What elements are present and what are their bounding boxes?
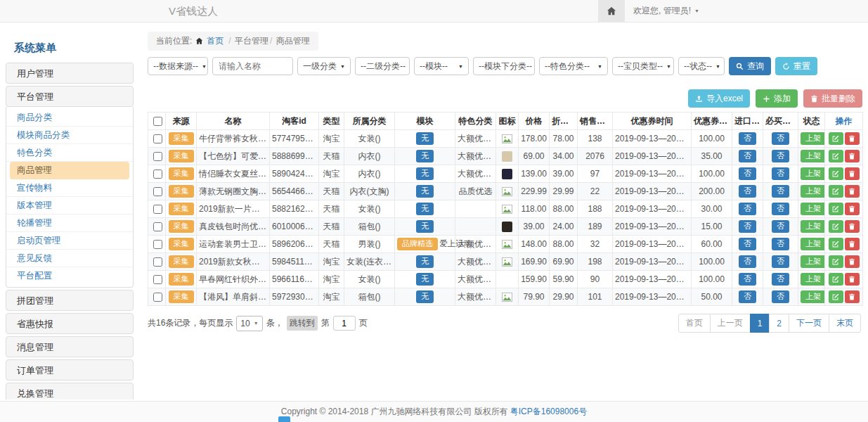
name-input[interactable] bbox=[212, 57, 293, 75]
status-badge[interactable]: 上架 bbox=[801, 167, 825, 180]
import-select-badge[interactable]: 否 bbox=[739, 167, 756, 180]
pager-button[interactable]: 首页 bbox=[678, 314, 711, 333]
module-badge[interactable]: 无 bbox=[416, 273, 434, 286]
reset-button[interactable]: 重置 bbox=[775, 57, 817, 75]
sidebar-submenu-item[interactable]: 意见反馈 bbox=[6, 250, 133, 267]
row-checkbox[interactable] bbox=[153, 222, 162, 231]
edit-button[interactable] bbox=[829, 185, 843, 198]
sidebar-submenu-item[interactable]: 模块商品分类 bbox=[6, 127, 133, 144]
select-all-checkbox[interactable] bbox=[153, 117, 162, 126]
row-checkbox[interactable] bbox=[153, 275, 162, 284]
module-badge[interactable]: 无 bbox=[416, 203, 434, 215]
status-badge[interactable]: 上架 bbox=[801, 220, 825, 233]
must-buy-badge[interactable]: 否 bbox=[772, 185, 789, 198]
module-badge[interactable]: 无 bbox=[416, 167, 434, 180]
delete-button[interactable] bbox=[845, 185, 860, 198]
pager-button[interactable]: 上一页 bbox=[710, 314, 751, 333]
delete-button[interactable] bbox=[845, 238, 860, 250]
status-badge[interactable]: 上架 bbox=[801, 203, 825, 215]
row-checkbox[interactable] bbox=[153, 257, 162, 267]
icp-link[interactable]: 粤ICP备16098006号 bbox=[510, 406, 587, 418]
delete-button[interactable] bbox=[845, 290, 860, 303]
sidebar-submenu-item[interactable]: 轮播管理 bbox=[6, 215, 133, 232]
sidebar-submenu-item[interactable]: 商品管理 bbox=[10, 162, 129, 179]
batch-delete-button[interactable]: 批量删除 bbox=[803, 89, 862, 108]
edit-button[interactable] bbox=[829, 203, 843, 215]
item-type-select[interactable]: --宝贝类型-- ▼ bbox=[612, 57, 674, 75]
status-select[interactable]: --状态-- ▼ bbox=[678, 57, 725, 75]
status-badge[interactable]: 上架 bbox=[801, 132, 825, 145]
import-select-badge[interactable]: 否 bbox=[739, 150, 756, 162]
import-select-badge[interactable]: 否 bbox=[739, 273, 756, 286]
edit-button[interactable] bbox=[829, 290, 843, 303]
import-excel-button[interactable]: 导入excel bbox=[688, 89, 750, 108]
import-select-badge[interactable]: 否 bbox=[739, 220, 756, 233]
delete-button[interactable] bbox=[845, 150, 860, 162]
row-checkbox[interactable] bbox=[153, 187, 162, 196]
row-checkbox[interactable] bbox=[153, 170, 162, 179]
status-badge[interactable]: 上架 bbox=[801, 150, 825, 162]
edit-button[interactable] bbox=[829, 273, 843, 286]
must-buy-badge[interactable]: 否 bbox=[772, 150, 789, 162]
pager-button[interactable]: 2 bbox=[769, 314, 789, 333]
sidebar-group-header[interactable]: 兑换管理 bbox=[6, 383, 134, 399]
must-buy-badge[interactable]: 否 bbox=[772, 203, 789, 215]
sidebar-submenu-item[interactable]: 宣传物料 bbox=[6, 179, 133, 197]
status-badge[interactable]: 上架 bbox=[801, 238, 825, 250]
delete-button[interactable] bbox=[845, 255, 860, 268]
edit-button[interactable] bbox=[829, 238, 843, 250]
sidebar-submenu-item[interactable]: 版本管理 bbox=[6, 197, 133, 215]
sidebar-group-header[interactable]: 订单管理 bbox=[6, 359, 134, 381]
edit-button[interactable] bbox=[829, 220, 843, 233]
pager-button[interactable]: 下一页 bbox=[789, 314, 829, 333]
edit-button[interactable] bbox=[829, 132, 843, 145]
sidebar-group-header[interactable]: 拼团管理 bbox=[6, 290, 134, 311]
must-buy-badge[interactable]: 否 bbox=[772, 167, 789, 180]
page-number-input[interactable] bbox=[333, 316, 356, 331]
import-select-badge[interactable]: 否 bbox=[739, 203, 756, 215]
module-sub-category-select[interactable]: --模块下分类-- ▼ bbox=[473, 57, 535, 75]
module-badge[interactable]: 无 bbox=[416, 150, 434, 162]
module-select[interactable]: --模块-- ▼ bbox=[414, 57, 469, 75]
must-buy-badge[interactable]: 否 bbox=[772, 132, 789, 145]
sidebar-group-header[interactable]: 消息管理 bbox=[6, 336, 134, 357]
import-select-badge[interactable]: 否 bbox=[739, 132, 756, 145]
status-badge[interactable]: 上架 bbox=[801, 290, 825, 303]
delete-button[interactable] bbox=[845, 167, 860, 180]
sidebar-submenu-item[interactable]: 特色分类 bbox=[6, 144, 133, 162]
add-button[interactable]: 添加 bbox=[756, 89, 798, 108]
home-button[interactable] bbox=[598, 0, 625, 22]
bottom-blue-element[interactable] bbox=[278, 416, 290, 422]
module-badge[interactable]: 无 bbox=[416, 185, 434, 198]
sidebar-group-header[interactable]: 省惠快报 bbox=[6, 313, 134, 334]
sidebar-submenu-item[interactable]: 平台配置 bbox=[6, 267, 133, 285]
jump-to-button[interactable]: 跳转到 bbox=[287, 316, 318, 331]
module-badge[interactable]: 品牌精选 bbox=[397, 238, 438, 250]
status-badge[interactable]: 上架 bbox=[801, 255, 825, 268]
page-size-select[interactable]: 10 ▼ bbox=[236, 316, 262, 331]
row-checkbox[interactable] bbox=[153, 134, 162, 143]
user-menu[interactable]: 欢迎您, 管理员! ▼ bbox=[625, 0, 708, 22]
row-checkbox[interactable] bbox=[153, 205, 162, 214]
delete-button[interactable] bbox=[845, 220, 860, 233]
level2-category-select[interactable]: --二级分类-- ▼ bbox=[355, 57, 410, 75]
must-buy-badge[interactable]: 否 bbox=[772, 220, 789, 233]
row-checkbox[interactable] bbox=[153, 293, 162, 302]
breadcrumb-home-link[interactable]: 首页 bbox=[207, 35, 224, 47]
status-badge[interactable]: 上架 bbox=[801, 273, 825, 286]
must-buy-badge[interactable]: 否 bbox=[772, 290, 789, 303]
data-source-select[interactable]: --数据来源-- ▼ bbox=[148, 57, 208, 75]
must-buy-badge[interactable]: 否 bbox=[772, 255, 789, 268]
row-checkbox[interactable] bbox=[153, 240, 162, 249]
sidebar-submenu-item[interactable]: 商品分类 bbox=[6, 109, 133, 127]
level1-category-select[interactable]: 一级分类 ▼ bbox=[297, 57, 351, 75]
sidebar-group-header[interactable]: 用户管理 bbox=[6, 63, 134, 84]
pager-button[interactable]: 末页 bbox=[829, 314, 861, 333]
pager-page-current[interactable]: 1 bbox=[750, 314, 770, 333]
status-badge[interactable]: 上架 bbox=[801, 185, 825, 198]
edit-button[interactable] bbox=[829, 255, 843, 268]
import-select-badge[interactable]: 否 bbox=[739, 185, 756, 198]
module-badge[interactable]: 无 bbox=[416, 255, 434, 268]
sidebar-submenu-item[interactable]: 启动页管理 bbox=[6, 232, 133, 250]
delete-button[interactable] bbox=[845, 203, 860, 215]
